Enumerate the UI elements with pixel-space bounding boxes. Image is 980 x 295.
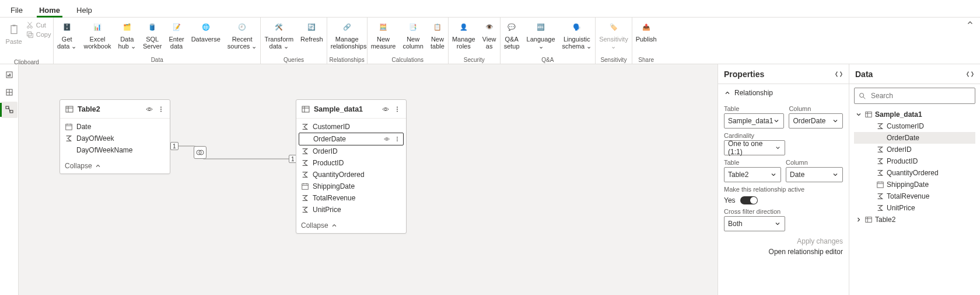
- sensitivity-button: 🏷️Sensitivity ⌄: [596, 18, 632, 56]
- language-button[interactable]: 🔤Language ⌄: [523, 18, 559, 56]
- model-view-button[interactable]: [1, 102, 18, 118]
- table-label-2: Table: [724, 159, 781, 166]
- active-value: Yes: [724, 196, 736, 204]
- linguistic-schema-button[interactable]: 🗣️Linguistic schema ⌄: [559, 18, 596, 56]
- active-label: Make this relationship active: [724, 186, 843, 193]
- chevron-up-icon: [331, 222, 338, 229]
- sensitivity-group-label: Sensitivity: [600, 56, 626, 64]
- data-hub-button[interactable]: 🗂️Data hub ⌄: [115, 18, 139, 56]
- manage-roles-button[interactable]: 👤Manage roles: [449, 18, 479, 56]
- column1-select[interactable]: OrderDate: [789, 113, 843, 129]
- view-as-button[interactable]: 👁️View as: [479, 18, 500, 56]
- table1-select[interactable]: Sample_data1: [724, 113, 784, 129]
- field-dayofweek[interactable]: DayOfWeek: [60, 133, 170, 144]
- ribbon: Paste Cut Copy Clipboard 🗄️Get data ⌄ 📊E…: [0, 18, 980, 64]
- chevron-down-icon: [773, 117, 780, 124]
- field-shippingdate[interactable]: ShippingDate: [296, 181, 406, 192]
- field-orderdate[interactable]: OrderDate: [299, 133, 404, 145]
- data-title: Data: [855, 70, 873, 79]
- table-icon: [864, 216, 873, 224]
- collapse-table2[interactable]: Collapse: [60, 158, 170, 173]
- get-data-button[interactable]: 🗄️Get data ⌄: [54, 18, 80, 56]
- chevron-down-icon: [774, 220, 781, 227]
- table2-select[interactable]: Table2: [724, 167, 781, 182]
- data-view-button[interactable]: [1, 84, 18, 100]
- dataverse-button[interactable]: 🌐Dataverse: [188, 18, 224, 56]
- field-date[interactable]: Date: [60, 121, 170, 133]
- manage-relationships-button[interactable]: 🔗Manage relationships: [327, 18, 367, 56]
- more-icon[interactable]: [157, 105, 165, 113]
- transform-data-button[interactable]: 🛠️Transform data ⌄: [261, 18, 297, 56]
- field-productid[interactable]: ProductID: [296, 157, 406, 169]
- view-rail: [0, 64, 19, 295]
- chevron-down-icon: [770, 171, 777, 178]
- new-table-button[interactable]: 📋New table: [427, 18, 448, 56]
- more-icon[interactable]: [394, 136, 401, 143]
- field-unitprice[interactable]: UnitPrice: [296, 204, 406, 216]
- tree-field-totalrevenue[interactable]: TotalRevenue: [854, 190, 975, 202]
- tree-field-shippingdate[interactable]: ShippingDate: [854, 179, 975, 190]
- collapse-data-button[interactable]: [966, 70, 974, 78]
- tree-field-orderid[interactable]: OrderID: [854, 144, 975, 155]
- collapse-ribbon-button[interactable]: [960, 18, 980, 28]
- relation-join-icon[interactable]: [194, 146, 206, 159]
- cardinality-select[interactable]: One to one (1:1): [724, 140, 785, 155]
- calculations-group-label: Calculations: [392, 56, 424, 64]
- visibility-icon[interactable]: [145, 105, 153, 113]
- publish-button[interactable]: 📤Publish: [632, 18, 660, 56]
- security-group-label: Security: [464, 56, 485, 64]
- chevron-down-icon: [832, 171, 839, 178]
- paste-button: Paste: [2, 20, 26, 58]
- refresh-button[interactable]: 🔄Refresh: [297, 18, 327, 56]
- tab-help[interactable]: Help: [68, 2, 100, 17]
- apply-changes-link: Apply changes: [724, 237, 843, 245]
- tree-field-customerid[interactable]: CustomerID: [854, 120, 975, 132]
- filter-label: Cross filter direction: [724, 208, 843, 215]
- tab-home[interactable]: Home: [31, 2, 68, 17]
- relationship-section[interactable]: Relationship: [724, 89, 843, 97]
- cut-button: Cut: [26, 21, 51, 29]
- new-measure-button[interactable]: 🧮New measure: [368, 18, 400, 56]
- tab-file[interactable]: File: [2, 2, 31, 17]
- field-orderid[interactable]: OrderID: [296, 145, 406, 157]
- chevron-down-icon: [775, 144, 781, 151]
- field-dayofweekname[interactable]: DayOfWeekName: [60, 144, 170, 156]
- tree-field-productid[interactable]: ProductID: [854, 155, 975, 167]
- visibility-icon[interactable]: [383, 136, 390, 143]
- more-icon[interactable]: [393, 105, 401, 113]
- model-canvas[interactable]: 1 1 Table2 DateDayOfWeekDayOfWeekName Co…: [19, 64, 718, 295]
- entity-title: Table2: [78, 105, 100, 113]
- sql-button[interactable]: 🛢️SQL Server: [139, 18, 165, 56]
- active-toggle[interactable]: [740, 196, 758, 204]
- table-label: Table: [724, 105, 784, 112]
- field-totalrevenue[interactable]: TotalRevenue: [296, 192, 406, 204]
- collapse-properties-button[interactable]: [835, 70, 843, 78]
- relationships-group-label: Relationships: [330, 56, 365, 64]
- new-column-button[interactable]: 📑New column: [399, 18, 426, 56]
- search-input[interactable]: [854, 88, 975, 104]
- tree-table-sample[interactable]: Sample_data1: [854, 109, 975, 120]
- field-customerid[interactable]: CustomerID: [296, 121, 406, 133]
- tree-field-quantityordered[interactable]: QuantityOrdered: [854, 167, 975, 179]
- collapse-sample[interactable]: Collapse: [296, 218, 406, 233]
- qa-group-label: Q&A: [541, 56, 554, 64]
- relation-badge-left: 1: [170, 142, 178, 150]
- tree-field-unitprice[interactable]: UnitPrice: [854, 202, 975, 214]
- visibility-icon[interactable]: [382, 105, 390, 113]
- filter-select[interactable]: Both: [724, 216, 785, 231]
- enter-data-button[interactable]: 📝Enter data: [165, 18, 187, 56]
- open-editor-link[interactable]: Open relationship editor: [724, 248, 843, 256]
- excel-button[interactable]: 📊Excel workbook: [80, 18, 114, 56]
- tree-table-table2[interactable]: Table2: [854, 214, 975, 225]
- recent-sources-button[interactable]: 🕘Recent sources ⌄: [224, 18, 261, 56]
- qa-setup-button[interactable]: 💬Q&A setup: [501, 18, 523, 56]
- field-quantityordered[interactable]: QuantityOrdered: [296, 169, 406, 181]
- entity-table2[interactable]: Table2 DateDayOfWeekDayOfWeekName Collap…: [60, 99, 170, 174]
- share-group-label: Share: [638, 56, 654, 64]
- table-icon: [301, 105, 310, 114]
- column2-select[interactable]: Date: [786, 167, 843, 182]
- report-view-button[interactable]: [1, 67, 18, 83]
- entity-sample-data1[interactable]: Sample_data1 CustomerIDOrderDateOrderIDP…: [296, 99, 407, 234]
- cardinality-label: Cardinality: [724, 132, 843, 139]
- tree-field-orderdate[interactable]: OrderDate: [854, 132, 975, 144]
